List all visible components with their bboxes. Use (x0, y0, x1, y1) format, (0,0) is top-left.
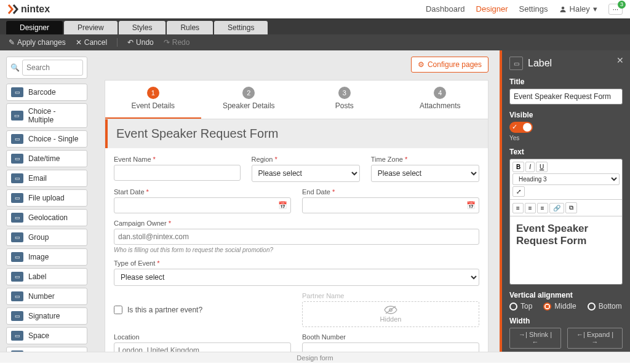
timezone-select[interactable]: Please select (371, 165, 479, 182)
tab-rules[interactable]: Rules (167, 21, 213, 34)
separator (117, 38, 118, 47)
control-label: Space (28, 331, 49, 340)
step-event-details[interactable]: 1Event Details (105, 81, 201, 119)
partner-name-hidden: Hidden (302, 301, 479, 327)
bold-button[interactable]: B (512, 162, 524, 172)
region-select[interactable]: Please select (252, 165, 360, 182)
search-input[interactable] (22, 60, 83, 76)
control-signature[interactable]: ▭Signature (6, 307, 87, 325)
link-button[interactable]: 🔗 (549, 203, 564, 213)
control-icon: ▭ (11, 350, 23, 352)
expand-editor-button[interactable]: ⤢ (512, 186, 525, 197)
control-image[interactable]: ▭Image (6, 248, 87, 266)
tab-settings[interactable]: Settings (214, 21, 268, 34)
step-posts[interactable]: 3Posts (297, 81, 393, 119)
partner-event-checkbox[interactable]: Is this a partner event? (114, 306, 291, 314)
form-canvas-area: ⚙Configure pages 1Event Details 2Speaker… (94, 50, 500, 352)
valign-label: Vertical alignment (509, 291, 623, 299)
heading-select[interactable]: Heading 3 (512, 173, 620, 185)
control-label[interactable]: ▭Label (6, 268, 87, 285)
location-label: Location (114, 333, 291, 341)
visible-property-label: Visible (509, 111, 623, 119)
control-date-time[interactable]: ▭Date/time (6, 150, 87, 167)
brand-logo: nintex (7, 4, 50, 15)
configure-pages-button[interactable]: ⚙Configure pages (411, 57, 488, 73)
control-label: Group (28, 233, 49, 242)
title-property-input[interactable] (509, 89, 623, 105)
valign-top[interactable]: Top (509, 302, 532, 311)
step-speaker-details[interactable]: 2Speaker Details (201, 81, 297, 119)
nav-designer[interactable]: Designer (476, 4, 508, 14)
start-date-input[interactable] (114, 197, 291, 213)
align-center-button[interactable]: ≡ (525, 203, 536, 213)
nintex-icon (7, 4, 18, 15)
visible-toggle[interactable]: ✓ (509, 122, 533, 133)
campaign-owner-input[interactable] (114, 229, 479, 245)
panel-close-button[interactable]: ✕ (616, 55, 624, 65)
valign-bottom[interactable]: Bottom (588, 302, 622, 311)
undo-button[interactable]: ↶Undo (127, 38, 154, 47)
end-date-input[interactable] (302, 197, 479, 213)
control-icon: ▭ (11, 173, 23, 183)
booth-input[interactable] (302, 342, 479, 352)
control-space[interactable]: ▭Space (6, 327, 87, 344)
valign-middle[interactable]: Middle (543, 302, 576, 311)
nav-settings[interactable]: Settings (519, 4, 548, 14)
form-title-label[interactable]: Event Speaker Request Form (105, 119, 488, 148)
control-label: Label (28, 272, 46, 281)
control-choice-multiple[interactable]: ▭Choice - Multiple (6, 103, 87, 128)
control-label: Image (28, 253, 49, 261)
italic-button[interactable]: I (525, 162, 535, 172)
cancel-button[interactable]: ✕Cancel (76, 38, 107, 47)
tab-designer[interactable]: Designer (6, 21, 63, 34)
control-barcode[interactable]: ▭Barcode (6, 84, 87, 101)
control-text-long[interactable]: ▭Text - Long (6, 347, 87, 352)
redo-icon: ↷ (164, 38, 170, 47)
redo-button[interactable]: ↷Redo (164, 38, 190, 47)
control-label: Email (28, 174, 47, 183)
search-icon: 🔍 (10, 63, 20, 72)
control-number[interactable]: ▭Number (6, 288, 87, 305)
control-label: Number (28, 292, 55, 301)
user-icon (559, 6, 567, 13)
control-icon: ▭ (11, 272, 23, 282)
control-group[interactable]: ▭Group (6, 229, 87, 246)
rte-content[interactable]: Event Speaker Request Form (510, 216, 622, 284)
control-icon: ▭ (11, 291, 23, 301)
timezone-label: Time Zone (371, 156, 403, 163)
control-email[interactable]: ▭Email (6, 170, 87, 187)
more-button[interactable]: ···3 (608, 4, 623, 15)
align-left-button[interactable]: ≡ (512, 203, 524, 213)
apply-changes-button[interactable]: ✎Apply changes (9, 38, 66, 47)
step-attachments[interactable]: 4Attachments (393, 81, 488, 119)
unlink-button[interactable]: ⧉ (565, 202, 577, 213)
location-input[interactable] (114, 342, 291, 352)
tab-preview[interactable]: Preview (64, 21, 118, 34)
underline-button[interactable]: U (536, 162, 548, 172)
expand-button[interactable]: ←| Expand |→ (567, 328, 623, 349)
svg-point-0 (561, 6, 564, 9)
pencil-icon: ✎ (9, 38, 15, 47)
tab-styles[interactable]: Styles (119, 21, 166, 34)
control-label: Barcode (28, 88, 56, 97)
nav-dashboard[interactable]: Dashboard (426, 4, 465, 14)
text-property-label: Text (509, 148, 623, 156)
event-name-input[interactable] (114, 165, 241, 181)
control-file-upload[interactable]: ▭File upload (6, 189, 87, 207)
align-right-button[interactable]: ≡ (537, 203, 548, 213)
control-label: Date/time (28, 154, 60, 163)
brand-name: nintex (21, 4, 50, 15)
footer-status: Design form (0, 352, 630, 363)
control-choice-single[interactable]: ▭Choice - Single (6, 130, 87, 148)
shrink-button[interactable]: →| Shrink |← (509, 328, 561, 349)
designer-tabbar: Designer Preview Styles Rules Settings (0, 18, 630, 34)
user-menu[interactable]: Haley ▾ (559, 4, 597, 14)
partner-name-label: Partner Name (302, 292, 479, 299)
control-icon: ▭ (11, 311, 23, 321)
search-box[interactable]: 🔍 (6, 57, 87, 79)
type-of-event-select[interactable]: Please select (114, 269, 479, 286)
end-date-label: End Date (302, 188, 330, 196)
control-geolocation[interactable]: ▭Geolocation (6, 209, 87, 226)
control-label: File upload (28, 194, 65, 202)
eye-off-icon (384, 306, 397, 314)
